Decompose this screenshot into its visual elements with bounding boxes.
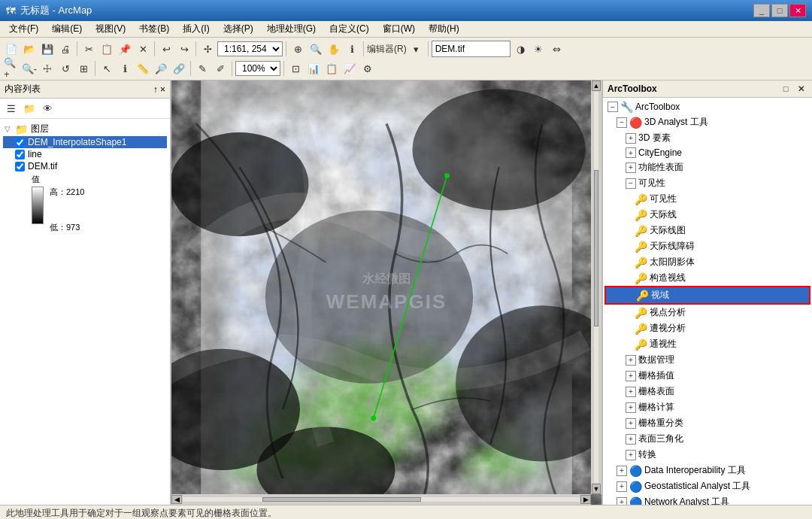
- map-area[interactable]: 水经微图 WEMAPGIS ◀ ▶ ▲ ▼: [171, 80, 601, 505]
- tree-item-3d-analyst[interactable]: − 🔴 3D Analyst 工具: [604, 114, 810, 130]
- measure-btn[interactable]: 📏: [135, 60, 151, 77]
- save-button[interactable]: 💾: [39, 41, 56, 57]
- raster-reclass-expand[interactable]: +: [626, 418, 636, 429]
- rotate-btn[interactable]: ↺: [57, 60, 74, 77]
- functional-surface-expand[interactable]: +: [626, 162, 636, 173]
- hyperlink-btn[interactable]: 🔗: [171, 60, 187, 77]
- visibility-folder-expand[interactable]: −: [626, 178, 636, 189]
- panel-pin[interactable]: ↑ ×: [153, 84, 165, 95]
- raster-calc-expand[interactable]: +: [626, 402, 636, 413]
- find-btn[interactable]: 🔎: [153, 60, 169, 77]
- scroll-down-btn[interactable]: ▼: [592, 484, 601, 494]
- tree-item-intervisibility[interactable]: 🔑 通视性: [604, 336, 810, 352]
- v-scroll-thumb[interactable]: [594, 170, 598, 326]
- tree-item-sun-shadow[interactable]: 🔑 太阳阴影体: [604, 254, 810, 270]
- tree-item-line-of-sight[interactable]: 🔑 遭视分析: [604, 320, 810, 336]
- tree-item-network-analyst[interactable]: + 🔵 Network Analyst 工具: [604, 494, 810, 505]
- h-scrollbar[interactable]: ◀ ▶: [171, 494, 591, 505]
- tree-item-skyline[interactable]: 🔑 天际线: [604, 207, 810, 223]
- layer-item-line[interactable]: line: [3, 148, 167, 160]
- h-scroll-thumb[interactable]: [262, 497, 421, 502]
- tree-item-data-mgmt[interactable]: + 数据管理: [604, 352, 810, 368]
- delete-button[interactable]: ✕: [135, 41, 151, 57]
- toolbox-close-btn[interactable]: ✕: [794, 83, 807, 95]
- edit-vertex-btn[interactable]: ✎: [194, 60, 211, 77]
- stretch-button[interactable]: ⇔: [548, 41, 565, 57]
- cut-button[interactable]: ✂: [80, 41, 97, 57]
- conversion-expand[interactable]: +: [626, 450, 636, 460]
- pan-button[interactable]: ✋: [326, 41, 342, 57]
- raster-interp-expand[interactable]: +: [626, 371, 636, 381]
- tree-item-skyline-barrier[interactable]: 🔑 天际线障碍: [604, 238, 810, 254]
- layer-checkbox-2[interactable]: [15, 150, 25, 159]
- tree-item-viewshed[interactable]: 🔑 视域: [604, 286, 810, 305]
- editor-dropdown-btn[interactable]: ▾: [408, 41, 425, 57]
- menu-file[interactable]: 文件(F): [3, 21, 44, 37]
- menu-geoprocess[interactable]: 地理处理(G): [261, 21, 322, 37]
- v-scrollbar[interactable]: ▲ ▼: [591, 80, 601, 494]
- scroll-left-btn[interactable]: ◀: [171, 495, 182, 504]
- tree-item-3d-elements[interactable]: + 3D 要素: [604, 130, 810, 146]
- data-mgmt-expand[interactable]: +: [626, 355, 636, 366]
- zoom-percent[interactable]: 100%: [235, 61, 280, 76]
- select-btn[interactable]: ↖: [98, 60, 115, 77]
- minimize-button[interactable]: _: [753, 4, 770, 17]
- pan-btn2[interactable]: ☩: [39, 60, 56, 77]
- tree-item-visibility-tool[interactable]: 🔑 可见性: [604, 191, 810, 207]
- info-btn[interactable]: ℹ: [117, 60, 133, 77]
- tree-item-cityengine[interactable]: + CityEngine: [604, 146, 810, 159]
- source-btn[interactable]: 📁: [21, 100, 38, 117]
- contrast-button[interactable]: ◑: [512, 41, 529, 57]
- tree-item-geostatistical[interactable]: + 🔵 Geostatistical Analyst 工具: [604, 478, 810, 494]
- menu-view[interactable]: 视图(V): [89, 21, 132, 37]
- sketch-btn[interactable]: ✐: [212, 60, 229, 77]
- brightness-button[interactable]: ☀: [530, 41, 547, 57]
- layout-btn[interactable]: ⊡: [287, 60, 304, 77]
- menu-insert[interactable]: 插入(I): [177, 21, 215, 37]
- new-button[interactable]: 📄: [3, 41, 20, 57]
- report-btn[interactable]: 📊: [305, 60, 322, 77]
- open-button[interactable]: 📂: [21, 41, 38, 57]
- menu-help[interactable]: 帮助(H): [423, 21, 465, 37]
- geostatistical-expand[interactable]: +: [617, 481, 627, 492]
- scroll-up-btn[interactable]: ▲: [592, 80, 601, 91]
- data-interop-expand[interactable]: +: [617, 466, 627, 476]
- tree-item-raster-interp[interactable]: + 栅格插值: [604, 368, 810, 384]
- tree-item-raster-calc[interactable]: + 栅格计算: [604, 399, 810, 415]
- layer-selector[interactable]: DEM.tif: [432, 41, 511, 57]
- copy-button[interactable]: 📋: [98, 41, 115, 57]
- graph-btn[interactable]: 📈: [341, 60, 358, 77]
- undo-button[interactable]: ↩: [158, 41, 174, 57]
- menu-edit[interactable]: 编辑(E): [46, 21, 88, 37]
- layer-checkbox-1[interactable]: [15, 138, 25, 147]
- visibility-btn[interactable]: 👁: [39, 100, 56, 117]
- zoom-in-btn2[interactable]: 🔍+: [3, 60, 20, 77]
- 3d-analyst-expand[interactable]: −: [617, 117, 627, 128]
- zoom-out-btn2[interactable]: 🔍-: [21, 60, 38, 77]
- zoom-all-button[interactable]: ⊕: [289, 41, 306, 57]
- full-extent[interactable]: ⊞: [75, 60, 92, 77]
- tree-item-skyline-graph[interactable]: 🔑 天际线图: [604, 223, 810, 238]
- arctoolbox-expand[interactable]: −: [607, 102, 618, 112]
- raster-surface-expand[interactable]: +: [626, 387, 636, 397]
- redo-button[interactable]: ↪: [176, 41, 192, 57]
- paste-button[interactable]: 📌: [117, 41, 133, 57]
- 3d-elements-expand[interactable]: +: [626, 133, 636, 144]
- tin-expand[interactable]: +: [626, 434, 636, 445]
- menu-bookmark[interactable]: 书签(B): [133, 21, 175, 37]
- layer-group-item[interactable]: ▽ 📁 图层: [3, 122, 167, 136]
- zoom-in-button[interactable]: 🔍: [308, 41, 324, 57]
- close-button[interactable]: ✕: [789, 4, 806, 17]
- layer-list-btn[interactable]: ☰: [3, 100, 20, 117]
- tree-item-data-interop[interactable]: + 🔵 Data Interoperability 工具: [604, 463, 810, 478]
- tree-item-functional-surface[interactable]: + 功能性表面: [604, 159, 810, 175]
- maximize-button[interactable]: □: [771, 4, 788, 17]
- network-analyst-expand[interactable]: +: [617, 497, 627, 505]
- tree-item-tin[interactable]: + 表面三角化: [604, 431, 810, 447]
- scroll-right-btn[interactable]: ▶: [580, 495, 591, 504]
- tree-item-conversion[interactable]: + 转换: [604, 447, 810, 463]
- tree-item-arctoolbox[interactable]: − 🔧 ArcToolbox: [604, 99, 810, 114]
- identify-button[interactable]: ℹ: [344, 41, 360, 57]
- table-btn[interactable]: 📋: [323, 60, 340, 77]
- menu-customize[interactable]: 自定义(C): [323, 21, 375, 37]
